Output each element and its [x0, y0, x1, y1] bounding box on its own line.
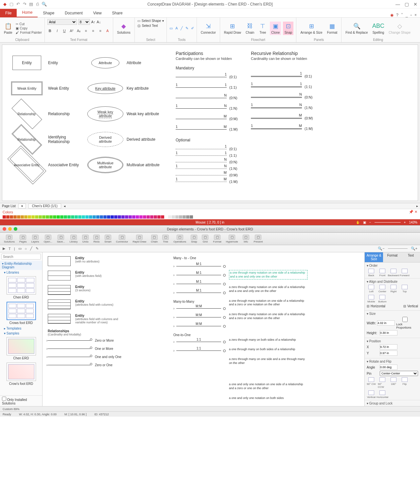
pin-select[interactable]: Center-Center — [380, 371, 418, 376]
snap-button[interactable]: ▢Snap — [189, 234, 199, 244]
entity-shape[interactable] — [48, 299, 71, 309]
only-installed-checkbox[interactable]: Only Installed Solutions — [0, 395, 42, 406]
color-swatch[interactable] — [21, 215, 24, 219]
max2-icon[interactable]: ▫ — [411, 13, 412, 17]
color-swatch[interactable] — [28, 215, 31, 219]
chen-erd-library[interactable]: Chen ERD — [7, 276, 36, 299]
new-icon[interactable]: ▢ — [9, 2, 14, 7]
color-swatch[interactable] — [42, 215, 45, 219]
cardinality-line[interactable]: 11(1:1) — [251, 85, 316, 89]
connector-button[interactable]: ⇲Connector — [200, 22, 217, 35]
color-swatch[interactable] — [17, 215, 20, 219]
save--button[interactable]: ▢Save... — [55, 234, 67, 244]
entity-shape[interactable]: Entity — [12, 56, 41, 70]
color-swatch[interactable] — [165, 215, 168, 219]
center-button[interactable]: Center — [378, 285, 387, 293]
select-text-button[interactable]: ⒶSelect Text — [137, 24, 158, 28]
format-painter-button[interactable]: 🖌Format Painter — [16, 31, 42, 34]
solutions-button[interactable]: ▢Solutions — [2, 234, 17, 244]
color-swatch[interactable] — [190, 215, 193, 219]
color-swatch[interactable] — [103, 215, 107, 219]
zoom-level[interactable]: 143% — [409, 221, 417, 224]
zoom-in-icon[interactable]: + — [404, 221, 406, 224]
shrink-font-icon[interactable]: A↓ — [97, 20, 101, 24]
document-tab[interactable]: Document — [60, 9, 88, 17]
rect-tool-icon[interactable]: ▭ — [169, 26, 173, 30]
color-swatch[interactable] — [49, 215, 53, 219]
arrange-button[interactable]: ⊞Arrange & Size — [299, 22, 324, 35]
height-input[interactable] — [380, 330, 397, 335]
left-button[interactable]: Left — [367, 285, 376, 293]
close-icon[interactable]: ✕ — [413, 2, 417, 7]
color-swatch[interactable] — [129, 215, 132, 219]
front-button[interactable]: Front — [378, 269, 387, 277]
save-icon[interactable]: ▤ — [29, 2, 33, 7]
library-button[interactable]: ▢Library — [68, 234, 79, 244]
undo-icon[interactable]: ↶ — [16, 2, 20, 7]
chain-button[interactable]: ⛓Chain — [244, 22, 255, 35]
eyedropper-icon[interactable]: ✐ — [191, 26, 194, 30]
clone-button[interactable]: ▣Clone — [270, 22, 281, 35]
entity-shape[interactable] — [48, 271, 71, 280]
close-panel-icon[interactable]: ✕ — [414, 210, 417, 214]
font-color-icon[interactable]: A — [105, 28, 110, 33]
font-select[interactable]: Arial — [47, 19, 77, 25]
color-swatch[interactable] — [186, 215, 189, 219]
color-swatch[interactable] — [168, 215, 171, 219]
line-tool-icon[interactable]: ╱ — [181, 26, 183, 30]
bold-button[interactable]: B — [47, 28, 53, 33]
zoom-in-icon[interactable]: 🔍+ — [411, 246, 417, 251]
canvas[interactable]: Entity Entity Weak Entity Weak Entity Re… — [2, 45, 418, 201]
color-swatch[interactable] — [10, 215, 13, 219]
color-swatch[interactable] — [96, 215, 99, 219]
dist-v-icon[interactable]: ⊟ — [403, 304, 406, 308]
relationship-line[interactable]: ›M:M — [173, 307, 226, 310]
align-right-icon[interactable]: ≡ — [98, 28, 103, 33]
x-input[interactable] — [380, 344, 397, 350]
line-icon[interactable]: ╱ — [30, 246, 32, 251]
pointer-tool-icon[interactable]: ▶ — [3, 246, 5, 251]
horizontal-button[interactable]: Horizontal — [378, 390, 387, 399]
cardinality-line[interactable]: M(0:M) — [251, 116, 316, 120]
color-swatch[interactable] — [3, 215, 6, 219]
view-tab[interactable]: View — [88, 9, 107, 17]
color-swatch[interactable] — [121, 215, 125, 219]
cardinality-line[interactable]: 1N(1:N) — [176, 167, 241, 171]
relationship-line[interactable]: ›M:M — [173, 315, 226, 319]
cardinality-line[interactable]: 1(0:1) — [251, 74, 316, 78]
hypernote-button[interactable]: ▢Hypernote — [224, 234, 240, 244]
pen-icon[interactable]: ✎ — [36, 246, 39, 251]
select-shape-button[interactable]: ▭Select Shape ▾ — [137, 19, 164, 23]
rapid-draw-button[interactable]: ▢Rapid Draw — [131, 234, 149, 244]
color-swatch[interactable] — [31, 215, 35, 219]
zoom-slider[interactable] — [388, 248, 408, 249]
align-left-icon[interactable]: ≡ — [83, 28, 89, 33]
weak-entity-shape[interactable]: Weak Entity — [11, 81, 43, 95]
pin-icon[interactable]: 📌 — [409, 210, 413, 214]
color-swatch[interactable] — [64, 215, 67, 219]
libraries-node[interactable]: ▾ Libraries — [0, 270, 42, 275]
vertical-button[interactable]: Vertical — [367, 390, 376, 399]
mac-zoom-icon[interactable] — [14, 227, 17, 231]
italic-button[interactable]: I — [55, 28, 60, 33]
templates-node[interactable]: ▸ Templates — [0, 326, 42, 331]
solutions-button[interactable]: ◆Solutions — [116, 22, 132, 35]
tree-button[interactable]: ▢Tree — [160, 234, 171, 244]
90-cw-button[interactable]: 90° CW — [367, 377, 376, 388]
ellipse-icon[interactable]: ○ — [25, 247, 27, 251]
backward-button[interactable]: Backward — [389, 269, 398, 277]
dist-h-icon[interactable]: ⊟ — [367, 304, 369, 308]
relationship-line[interactable]: ›M:M — [173, 324, 226, 328]
zoom-out-icon[interactable]: − — [369, 221, 371, 224]
crows-sample[interactable]: Crow's foot ERD — [7, 363, 36, 386]
color-swatch[interactable] — [6, 215, 9, 219]
angle-input[interactable] — [380, 365, 397, 370]
align-center-icon[interactable]: ≡ — [91, 28, 96, 33]
color-swatch[interactable] — [13, 215, 17, 219]
hand-icon[interactable]: ✋ — [356, 221, 360, 224]
zoom-icon[interactable]: 🔍 — [42, 2, 46, 7]
layers-button[interactable]: ▢Layers — [29, 234, 41, 244]
live-icon[interactable]: ◉ — [390, 13, 394, 17]
rapid-draw-button[interactable]: ⊞Rapid Draw — [223, 22, 242, 35]
width-input[interactable] — [377, 320, 395, 326]
